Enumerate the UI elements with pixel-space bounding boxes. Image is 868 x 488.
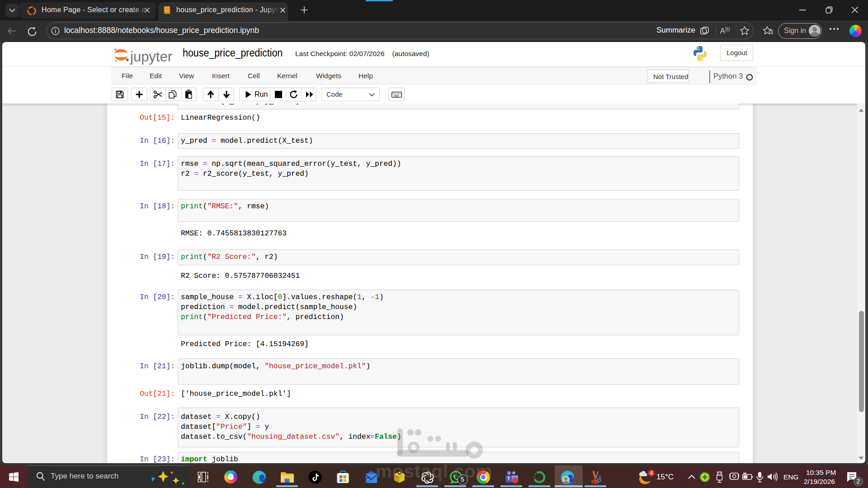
svg-text:mostaql.com: mostaql.com (376, 461, 492, 482)
svg-text:O: O (366, 478, 369, 483)
svg-text:4: 4 (650, 470, 653, 476)
svg-text:T: T (507, 476, 510, 481)
